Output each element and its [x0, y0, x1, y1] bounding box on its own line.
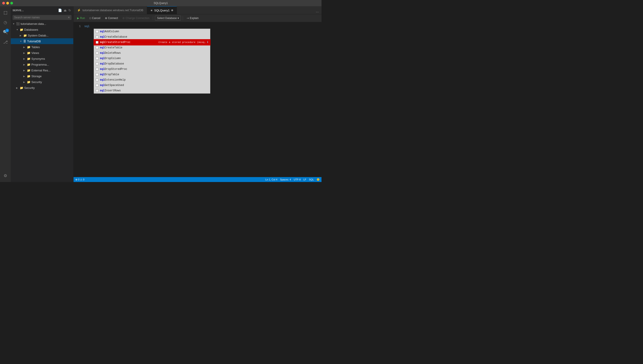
autocomplete-item-addcolumn[interactable]: sqlAddColumn: [94, 29, 210, 34]
cancel-icon: □: [89, 16, 91, 20]
tree-item-label: System Datab...: [28, 34, 48, 37]
disconnect-icon[interactable]: ⏏: [63, 8, 67, 12]
tree-item-programmability[interactable]: ▶ 📁 Programma...: [11, 62, 73, 68]
item-prefix: sql: [100, 35, 105, 38]
autocomplete-item-deleterows[interactable]: sqlDeleteRows: [94, 50, 210, 56]
tab-query[interactable]: ≡ SQLQuery1: [147, 6, 177, 14]
history-icon[interactable]: ◷: [1, 18, 10, 27]
autocomplete-item-dropcolumn[interactable]: sqlDropColumn: [94, 56, 210, 61]
item-checkbox: [96, 89, 98, 92]
item-checkbox: [96, 36, 98, 38]
select-database-dropdown[interactable]: Select Database ▾: [155, 16, 181, 20]
cancel-button[interactable]: □ Cancel: [88, 16, 102, 20]
tree-item-tables[interactable]: ▶ 📁 Tables: [11, 44, 73, 50]
item-suffix: CreateTable: [105, 46, 122, 49]
new-query-icon[interactable]: 📄: [58, 8, 62, 12]
autocomplete-item-extensionhelp[interactable]: sqlExtensionHelp: [94, 77, 210, 82]
tree-item-databases[interactable]: ▼ 📁 Databases: [11, 27, 73, 32]
run-label: Run: [80, 16, 85, 20]
autocomplete-dropdown[interactable]: sqlAddColumn sqlCreateDatabase sqlCreate…: [94, 29, 210, 94]
chevron-right-icon: ▶: [23, 46, 27, 48]
tab-connection-label: tutorialserver.database.windows.net:Tuto…: [83, 8, 143, 12]
autocomplete-item-createstoredproc[interactable]: sqlCreateStoredProc Create a stored proc…: [94, 40, 210, 45]
chevron-right-icon: ▶: [16, 87, 20, 89]
item-label: sqlCreateDatabase: [100, 35, 208, 39]
chevron-down-icon: ▼: [20, 40, 23, 42]
change-connection-button[interactable]: ⊘ Change Connection: [121, 16, 151, 20]
autocomplete-item-dropdatabase[interactable]: sqlDropDatabase: [94, 61, 210, 66]
chevron-right-icon: ▶: [20, 34, 23, 37]
item-checkbox: [96, 62, 98, 65]
window-title: SQLQuery1: [154, 2, 168, 5]
run-button[interactable]: ▶ Run: [75, 16, 87, 20]
item-prefix: sql: [100, 68, 105, 71]
tree-item-external-resources[interactable]: ▶ 📁 External Res...: [11, 68, 73, 73]
tree-item-label: Security: [31, 80, 42, 84]
search-input[interactable]: [14, 16, 68, 19]
item-checkbox: [96, 78, 98, 81]
editor-content[interactable]: sql sqlAddColumn sqlCreateDatabase: [83, 22, 321, 177]
connect-button[interactable]: ⊕ Connect: [103, 16, 120, 20]
connection-icon: ⚡: [77, 8, 81, 12]
autocomplete-item-getspaceused[interactable]: sqlGetSpaceUsed: [94, 82, 210, 88]
item-checkbox: [96, 41, 98, 44]
explain-icon: ⇢: [186, 16, 189, 20]
folder-icon: 📁: [20, 28, 23, 31]
tab-bar: ⚡ tutorialserver.database.windows.net:Tu…: [74, 6, 321, 14]
minimize-button[interactable]: [6, 2, 9, 4]
tree-item-storage[interactable]: ▶ 📁 Storage: [11, 73, 73, 79]
warning-icon: ⚠: [80, 178, 82, 181]
item-prefix: sql: [100, 30, 105, 33]
maximize-button[interactable]: [10, 2, 13, 4]
item-label: sqlGetSpaceUsed: [100, 83, 208, 88]
search-activity-icon[interactable]: 🔍 1: [1, 28, 10, 37]
servers-icon[interactable]: ⬚: [1, 8, 10, 17]
folder-icon: 📁: [27, 74, 31, 78]
connect-icon: ⊕: [105, 16, 107, 20]
git-icon[interactable]: ⎇: [1, 38, 10, 46]
tree-item-label: tutorialserver.data...: [21, 22, 46, 26]
explain-button[interactable]: ⇢ Explain: [185, 16, 200, 20]
close-button[interactable]: [2, 2, 5, 4]
editor-area: 1 sql sqlAddColumn sqlCreateDatab: [74, 22, 321, 177]
tree-item-label: Security: [24, 86, 35, 90]
settings-icon[interactable]: ⚙: [1, 171, 10, 180]
autocomplete-item-droptable[interactable]: sqlDropTable: [94, 72, 210, 77]
item-suffix: DeleteRows: [105, 52, 121, 54]
autocomplete-item-createdatabase[interactable]: sqlCreateDatabase: [94, 34, 210, 40]
select-database-label: Select Database: [157, 16, 177, 20]
status-smiley[interactable]: 😊: [317, 178, 320, 181]
autocomplete-item-dropstoredproc[interactable]: sqlDropStoredProc: [94, 66, 210, 72]
status-line-ending: LF: [303, 178, 306, 181]
tab-overflow-icon[interactable]: ···: [313, 10, 321, 14]
tree-item-synonyms[interactable]: ▶ 📁 Synonyms: [11, 56, 73, 62]
editor-text: sql: [84, 24, 89, 28]
tab-connection[interactable]: ⚡ tutorialserver.database.windows.net:Tu…: [74, 6, 147, 14]
line-number-1: 1: [74, 24, 81, 29]
tree-item-tutorialdb[interactable]: ▼ 🗄 TutorialDB: [11, 38, 73, 44]
chevron-right-icon: ▶: [23, 69, 27, 72]
item-suffix: DropTable: [105, 73, 119, 76]
item-label: sqlDropStoredProc: [100, 67, 208, 72]
tree-item-security-server[interactable]: ▶ 📁 Security: [11, 85, 73, 91]
database-icon: 🗄: [23, 40, 26, 43]
refresh-icon[interactable]: ↻: [68, 8, 72, 12]
tree-item-system-databases[interactable]: ▶ 📁 System Datab...: [11, 32, 73, 38]
server-search-box[interactable]: ✕: [13, 15, 72, 20]
tree-item-label: TutorialDB: [27, 40, 41, 43]
item-checkbox: [96, 84, 98, 87]
tree-item-server[interactable]: ▼ ⬛ tutorialserver.data...: [11, 21, 73, 27]
chevron-right-icon: ▶: [23, 81, 27, 83]
autocomplete-item-createtable[interactable]: sqlCreateTable: [94, 45, 210, 50]
tree-item-security-db[interactable]: ▶ 📁 Security: [11, 79, 73, 85]
info-icon[interactable]: ℹ: [207, 40, 208, 44]
autocomplete-item-insertrows[interactable]: sqlInsertRows: [94, 88, 210, 93]
item-checkbox: [96, 46, 98, 49]
notification-badge: 1: [5, 29, 9, 32]
status-errors[interactable]: ⊗ 0 ⚠ 0: [75, 178, 84, 181]
search-clear-icon[interactable]: ✕: [68, 16, 70, 19]
title-bar: SQLQuery1: [0, 0, 321, 6]
tree-item-views[interactable]: ▶ 📁 Views: [11, 50, 73, 56]
server-node-icon: ⬛: [16, 22, 20, 26]
folder-icon: 📁: [20, 86, 23, 90]
